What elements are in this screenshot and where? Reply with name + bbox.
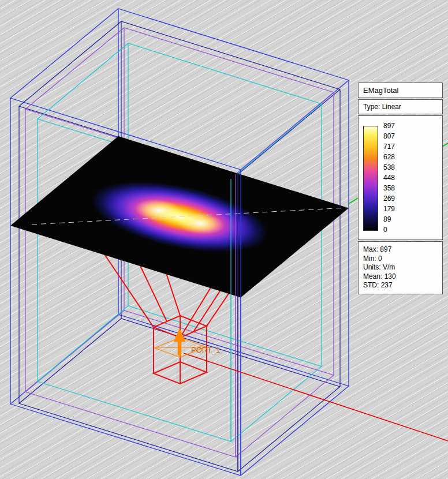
colorbar-tick-label: 269	[383, 193, 395, 204]
stat-mean: Mean: 130	[363, 272, 438, 282]
stat-std: STD: 237	[363, 281, 438, 290]
colorbar-tick-label: 538	[383, 162, 395, 173]
colorbar-tick-label: 89	[383, 214, 395, 224]
field-legend-panel[interactable]: EMagTotal Type: Linear 897 807 717 628 5…	[358, 83, 443, 295]
legend-quantity-title: EMagTotal	[358, 83, 443, 98]
axis-x-red	[184, 353, 448, 441]
colorbar-gradient	[363, 126, 378, 231]
colorbar-tick-label: 179	[383, 204, 395, 214]
colorbar-tick-label: 628	[383, 152, 395, 162]
colorbar-tick-label: 358	[383, 183, 395, 193]
legend-statistics: Max: 897 Min: 0 Units: V/m Mean: 130 STD…	[358, 241, 443, 294]
legend-scale-type: Type: Linear	[358, 99, 443, 114]
stat-min: Min: 0	[363, 255, 438, 264]
colorbar-tick-label: 717	[383, 141, 395, 152]
colorbar-tick-label: 897	[383, 121, 395, 131]
simulation-3d-viewport[interactable]: PORT_1 EMagTotal Type: Linear 897 807 71…	[0, 0, 448, 479]
legend-colorbar[interactable]: 897 807 717 628 538 448 358 269 179 89 0	[358, 115, 443, 240]
stat-max: Max: 897	[363, 245, 438, 255]
colorbar-tick-label: 0	[383, 224, 395, 235]
stat-units: Units: V/m	[363, 263, 438, 272]
colorbar-tick-labels: 897 807 717 628 538 448 358 269 179 89 0	[383, 121, 395, 235]
port-label: PORT_1	[191, 346, 220, 354]
colorbar-tick-label: 807	[383, 131, 395, 141]
colorbar-tick-label: 448	[383, 173, 395, 183]
